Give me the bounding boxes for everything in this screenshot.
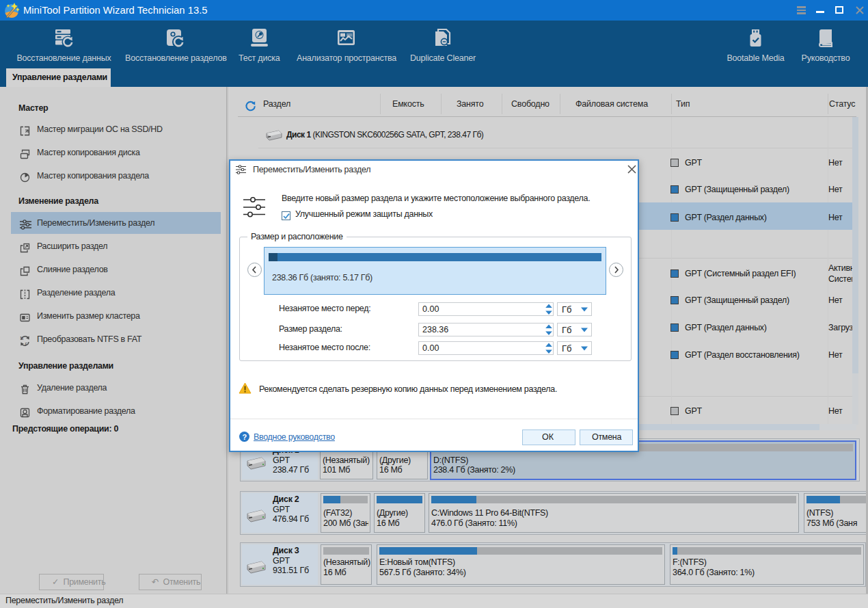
svg-text:F: F bbox=[25, 342, 28, 347]
svg-text:N: N bbox=[21, 336, 24, 341]
